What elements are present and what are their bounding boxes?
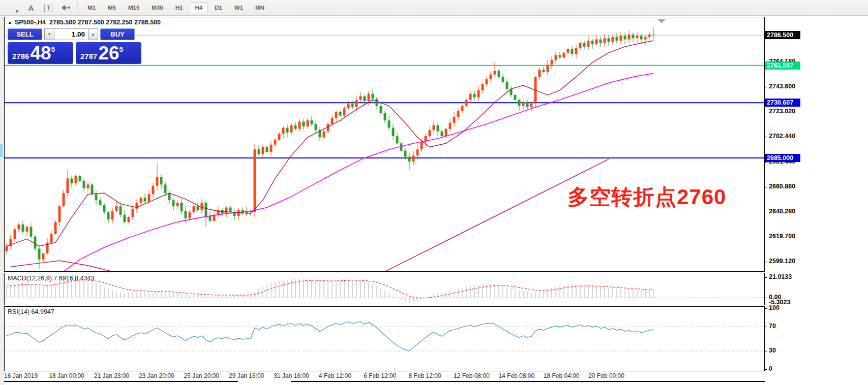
- rsi-header: RSI(14) 64.9947: [8, 308, 54, 315]
- colors-icon[interactable]: ❖ ▾: [57, 2, 74, 14]
- mt4-window: A T ❖ ▾ M1M5M15M30H1H4D1W1MN ▲SP500-,H4 …: [0, 0, 868, 385]
- chart-symbol: SP500-,H4: [15, 19, 46, 26]
- axis-tick: [765, 87, 767, 87]
- buy-button[interactable]: BUY: [100, 28, 135, 40]
- time-axis: 16 Jan 201918 Jan 00:0021 Jan 23:0023 Ja…: [0, 372, 763, 380]
- macd-canvas[interactable]: [5, 273, 764, 305]
- price-badge-2761.557: 2761.557: [765, 61, 800, 70]
- price-badge-2685.000: 2685.000: [765, 154, 800, 162]
- time-label-12: 14 Feb 08:00: [498, 372, 534, 379]
- time-label-3: 21 Jan 23:00: [94, 372, 129, 379]
- timeframe-button-w1[interactable]: W1: [229, 2, 248, 13]
- axis-tick: [765, 212, 767, 212]
- ohlc-low: 2782.250: [106, 19, 132, 26]
- buy-quote-box[interactable]: 2787 26 5: [76, 42, 141, 64]
- text-label-icon[interactable]: T: [40, 2, 57, 14]
- rsi-label: RSI(14): [8, 308, 29, 315]
- left-edge-strip: [0, 16, 4, 385]
- time-label-14: 20 Feb 00:00: [588, 372, 624, 379]
- macd-pane[interactable]: MACD(12,26,9) 7.6916 8.4343: [4, 273, 765, 305]
- rsi-canvas[interactable]: [5, 307, 764, 371]
- price-tick-2640.280: 2640.280: [769, 208, 795, 215]
- rsi-tick-100: 100: [769, 304, 780, 311]
- timeframe-group: M1M5M15M30H1H4D1W1MN: [82, 2, 270, 13]
- axis-tick: [765, 112, 767, 112]
- timeframe-button-m5[interactable]: M5: [103, 2, 121, 13]
- axis-tick: [765, 162, 767, 163]
- left-strip-marker: [0, 144, 3, 157]
- volume-increase-button[interactable]: ▲: [88, 28, 98, 40]
- macd-value-signal: 8.4343: [75, 275, 94, 282]
- axis-tick: [765, 298, 767, 298]
- chart-title: ▲SP500-,H4 2785.500 2787.500 2782.250 27…: [8, 19, 161, 26]
- price-tick-2702.440: 2702.440: [769, 133, 795, 140]
- price-tick-2723.020: 2723.020: [769, 108, 795, 115]
- axis-tick: [765, 137, 767, 137]
- timeframe-button-d1[interactable]: D1: [209, 2, 227, 13]
- bottom-window-edge-left: [4, 381, 238, 385]
- time-label-4: 23 Jan 20:00: [139, 372, 174, 379]
- buy-price-fraction: 5: [119, 45, 124, 53]
- time-label-1: 16 Jan 2019: [4, 372, 38, 379]
- timeframe-button-m30[interactable]: M30: [146, 2, 168, 13]
- chevron-down-icon: ▾: [68, 5, 70, 10]
- sell-button[interactable]: SELL: [8, 28, 42, 40]
- time-label-2: 18 Jan 00:00: [49, 372, 84, 379]
- volume-input[interactable]: [54, 28, 88, 40]
- time-label-9: 6 Feb 12:00: [364, 372, 396, 379]
- price-tick-2599.120: 2599.120: [769, 258, 795, 265]
- rsi-pane[interactable]: RSI(14) 64.9947: [4, 306, 765, 371]
- rsi-tick-30: 30: [769, 347, 776, 354]
- ohlc-high: 2787.500: [78, 19, 104, 26]
- time-label-13: 18 Feb 04:00: [544, 372, 580, 379]
- font-icon[interactable]: A: [22, 2, 40, 14]
- axis-tick: [765, 351, 767, 351]
- ohlc-close: 2786.500: [134, 19, 161, 26]
- sell-price-fraction: 5: [51, 45, 55, 53]
- volume-decrease-button[interactable]: ▼: [44, 28, 54, 40]
- timeframe-button-m15[interactable]: M15: [123, 2, 144, 13]
- one-click-trading-panel: SELL ▼ ▲ BUY 2786 48 5 2787 26 5: [8, 28, 142, 64]
- main-chart-pane[interactable]: ▲SP500-,H4 2785.500 2787.500 2782.250 27…: [4, 17, 765, 272]
- colors-glyph: ❖: [61, 4, 66, 12]
- rsi-tick-70: 70: [769, 323, 776, 330]
- time-label-8: 4 Feb 12:00: [319, 372, 351, 379]
- timeframe-button-h4[interactable]: H4: [190, 2, 207, 13]
- axis-tick: [765, 237, 767, 237]
- sell-quote-box[interactable]: 2786 48 5: [8, 42, 73, 64]
- buy-price-major: 2787: [80, 52, 97, 62]
- time-label-7: 31 Jan 16:00: [274, 372, 309, 379]
- timeframe-button-m1[interactable]: M1: [82, 2, 101, 13]
- rsi-value: 64.9947: [32, 308, 54, 315]
- price-badge-2730.607: 2730.607: [765, 99, 800, 107]
- axis-tick: [765, 369, 767, 370]
- buy-price-pips: 26: [98, 45, 119, 62]
- chart-annotation-text: 多空转折点2760: [567, 183, 726, 211]
- axis-tick: [765, 303, 767, 303]
- toolbar-separator: [77, 2, 78, 13]
- rsi-tick-0: 0: [769, 365, 772, 372]
- macd-label: MACD(12,26,9): [8, 275, 52, 282]
- price-badge-2786.500: 2786.500: [765, 31, 800, 39]
- time-label-10: 8 Feb 12:00: [409, 372, 441, 379]
- grid-template-icon[interactable]: [5, 2, 22, 14]
- price-tick-2619.700: 2619.700: [769, 233, 795, 240]
- time-label-6: 29 Jan 16:00: [229, 372, 264, 379]
- axis-tick: [765, 262, 767, 262]
- price-tick-2743.600: 2743.600: [769, 83, 795, 90]
- chart-collapse-icon[interactable]: ▲: [8, 20, 12, 25]
- macd-tick-21.0133: 21.0133: [769, 273, 792, 280]
- timeframe-button-mn[interactable]: MN: [250, 2, 270, 13]
- sell-price-major: 2786: [12, 52, 29, 62]
- sell-price-pips: 48: [30, 45, 51, 62]
- time-label-5: 25 Jan 20:00: [184, 372, 219, 379]
- toolbar: A T ❖ ▾ M1M5M15M30H1H4D1W1MN: [0, 0, 868, 16]
- timeframe-button-h1[interactable]: H1: [170, 2, 188, 13]
- price-axis: 2784.7602764.1802743.6002723.0202702.440…: [765, 16, 868, 385]
- axis-tick: [765, 277, 767, 278]
- macd-value-main: 7.6916: [53, 275, 73, 282]
- time-label-11: 12 Feb 08:00: [454, 372, 490, 379]
- price-tick-2660.860: 2660.860: [769, 183, 795, 190]
- axis-tick: [765, 327, 767, 327]
- ohlc-open: 2785.500: [49, 19, 76, 26]
